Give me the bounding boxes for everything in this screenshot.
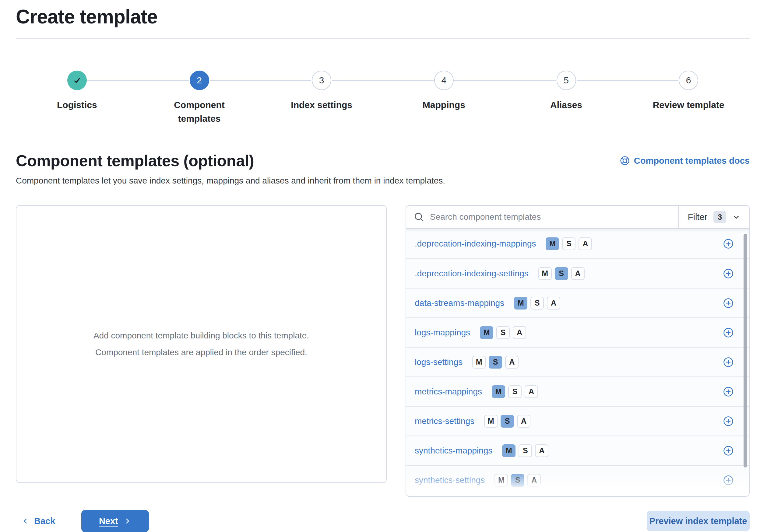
empty-state-text: Add component template building blocks t… xyxy=(93,328,309,361)
component-template-link[interactable]: metrics-settings xyxy=(415,416,474,426)
step-number: 4 xyxy=(434,70,454,90)
documentation-icon xyxy=(620,156,630,165)
step-review-template[interactable]: 6Review template xyxy=(627,70,750,125)
docs-link-label: Component templates docs xyxy=(634,156,750,166)
content-badges: MSA xyxy=(480,326,526,339)
component-template-link[interactable]: metrics-mappings xyxy=(415,387,482,397)
content-badges: MSA xyxy=(538,267,585,280)
step-number: 3 xyxy=(312,70,331,90)
list-item: metrics-settingsMSA xyxy=(406,406,749,435)
section-heading: Component templates (optional) xyxy=(16,152,254,170)
chevron-down-icon xyxy=(732,213,740,221)
plus-in-circle-icon xyxy=(723,328,734,338)
title-divider xyxy=(16,38,750,39)
component-template-link[interactable]: synthetics-mappings xyxy=(415,446,492,456)
page-title: Create template xyxy=(16,6,750,28)
badge-m: M xyxy=(492,385,505,398)
list-item: logs-settingsMSA xyxy=(406,347,749,377)
chevron-right-icon xyxy=(123,517,131,525)
content-badges: MSA xyxy=(484,415,530,427)
badge-s: S xyxy=(511,474,524,487)
add-component-template-button[interactable] xyxy=(721,414,736,428)
badge-m: M xyxy=(480,326,493,339)
plus-in-circle-icon xyxy=(723,268,734,279)
list-item: .deprecation-indexing-mappingsMSA xyxy=(406,229,749,258)
add-component-template-button[interactable] xyxy=(721,237,736,251)
selected-templates-panel: Add component template building blocks t… xyxy=(16,205,387,483)
component-template-link[interactable]: logs-mappings xyxy=(415,328,470,337)
component-template-link[interactable]: data-streams-mappings xyxy=(415,298,504,308)
add-component-template-button[interactable] xyxy=(721,296,736,310)
badge-s: S xyxy=(555,267,568,280)
back-label: Back xyxy=(34,516,55,526)
add-component-template-button[interactable] xyxy=(721,355,736,370)
add-component-template-button[interactable] xyxy=(721,384,736,399)
badge-m: M xyxy=(484,415,498,427)
content-badges: MSA xyxy=(502,444,548,457)
list-item: data-streams-mappingsMSA xyxy=(406,288,749,317)
badge-a: A xyxy=(517,415,530,427)
list-item: metrics-mappingsMSA xyxy=(406,377,749,406)
section-description: Component templates let you save index s… xyxy=(16,176,750,186)
plus-in-circle-icon xyxy=(723,446,734,456)
component-template-link[interactable]: .deprecation-indexing-mappings xyxy=(415,239,536,249)
content-badges: MSA xyxy=(514,297,560,310)
step-index-settings[interactable]: 3Index settings xyxy=(260,70,383,125)
back-button[interactable]: Back xyxy=(21,516,55,526)
component-templates-docs-link[interactable]: Component templates docs xyxy=(620,156,750,166)
step-label: Logistics xyxy=(57,98,97,112)
filter-count-badge: 3 xyxy=(713,211,726,223)
add-component-template-button[interactable] xyxy=(721,266,736,281)
badge-s: S xyxy=(496,326,510,339)
add-component-template-button[interactable] xyxy=(721,325,736,340)
badge-a: A xyxy=(571,267,585,280)
component-template-link[interactable]: logs-settings xyxy=(415,357,462,367)
badge-a: A xyxy=(547,297,560,310)
badge-a: A xyxy=(525,385,538,398)
filter-button[interactable]: Filter 3 xyxy=(678,206,749,228)
next-label: Next xyxy=(99,516,118,526)
content-badges: MSA xyxy=(495,474,541,487)
step-aliases[interactable]: 5Aliases xyxy=(505,70,628,125)
plus-in-circle-icon xyxy=(723,298,734,308)
badge-m: M xyxy=(472,356,486,369)
component-template-link[interactable]: .deprecation-indexing-settings xyxy=(415,269,529,279)
step-label: Review template xyxy=(653,98,724,112)
step-number: 6 xyxy=(679,70,698,90)
add-component-template-button[interactable] xyxy=(721,473,736,488)
list-item: logs-mappingsMSA xyxy=(406,317,749,347)
plus-in-circle-icon xyxy=(723,239,734,249)
search-input[interactable] xyxy=(430,212,671,222)
badge-a: A xyxy=(535,444,548,457)
step-mappings[interactable]: 4Mappings xyxy=(383,70,505,125)
preview-index-template-button[interactable]: Preview index template xyxy=(647,511,750,531)
badge-s: S xyxy=(489,356,502,369)
add-component-template-button[interactable] xyxy=(721,443,736,458)
list-item: .deprecation-indexing-settingsMSA xyxy=(406,258,749,288)
badge-a: A xyxy=(579,238,592,250)
step-label: Index settings xyxy=(291,98,352,112)
step-logistics[interactable]: Logistics xyxy=(16,70,138,125)
badge-s: S xyxy=(500,415,514,427)
list-item: synthetics-settingsMSA xyxy=(406,465,749,495)
content-badges: MSA xyxy=(472,356,519,369)
plus-in-circle-icon xyxy=(723,416,734,426)
step-number: 5 xyxy=(557,70,576,90)
step-component-templates[interactable]: 2Component templates xyxy=(138,70,261,125)
content-badges: MSA xyxy=(492,385,538,398)
badge-s: S xyxy=(508,385,522,398)
badge-m: M xyxy=(538,267,552,280)
component-template-link[interactable]: synthetics-settings xyxy=(415,475,485,485)
badge-a: A xyxy=(513,326,526,339)
step-label: Mappings xyxy=(423,98,465,112)
scrollbar-thumb[interactable] xyxy=(743,234,747,467)
plus-in-circle-icon xyxy=(723,475,734,485)
content-badges: MSA xyxy=(546,238,592,250)
create-template-page: Create template Logistics2Component temp… xyxy=(0,0,760,532)
badge-a: A xyxy=(527,474,541,487)
badge-s: S xyxy=(530,297,544,310)
next-button[interactable]: Next xyxy=(81,510,149,532)
badge-a: A xyxy=(505,356,519,369)
badge-s: S xyxy=(562,238,576,250)
step-label: Component templates xyxy=(154,98,245,125)
